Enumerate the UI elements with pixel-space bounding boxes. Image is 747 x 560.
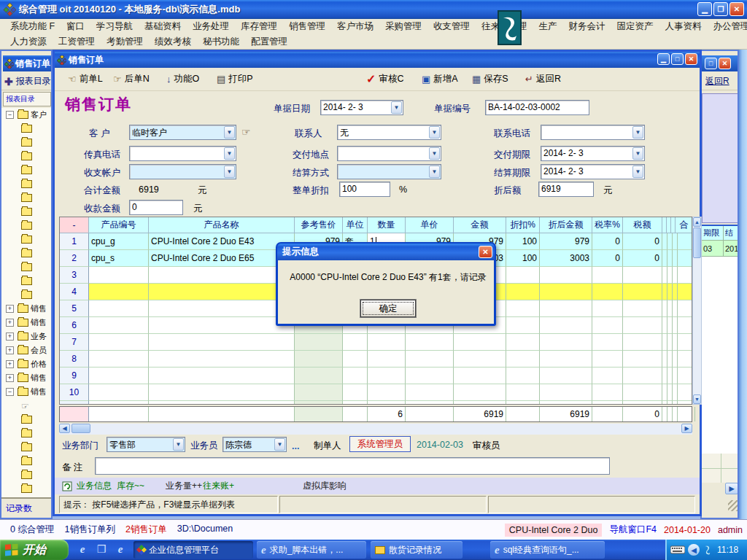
grid-cell[interactable]: [406, 351, 454, 368]
grid-cell[interactable]: [506, 317, 540, 334]
grid-cell[interactable]: 979: [540, 233, 592, 250]
status-link-0[interactable]: 0 综合管理: [10, 524, 54, 536]
grid-cell[interactable]: [673, 233, 678, 250]
grid-cell[interactable]: [623, 284, 662, 300]
list-maximize-icon[interactable]: □: [705, 58, 717, 69]
note-field[interactable]: [95, 457, 610, 475]
restore-icon[interactable]: ❐: [713, 2, 728, 16]
grid-cell[interactable]: [454, 368, 506, 384]
list-grid-row[interactable]: 03 201: [702, 241, 739, 257]
menu-item-r2-0[interactable]: 人力资源: [6, 36, 51, 48]
menu-item-r1-15[interactable]: 办公管理: [709, 20, 747, 33]
tree-item[interactable]: [1, 246, 53, 260]
grid-hscrollbar[interactable]: ◀ ▶: [59, 424, 692, 435]
grid-cell[interactable]: [678, 300, 692, 317]
fax-select[interactable]: ▼: [129, 146, 236, 161]
grid-cell[interactable]: [592, 368, 623, 384]
grid-cell[interactable]: [662, 317, 667, 334]
report-window-titlebar[interactable]: 销售订单: [3, 55, 51, 71]
grid-cell[interactable]: [667, 267, 673, 284]
dialog-close-icon[interactable]: ✕: [479, 246, 492, 258]
grid-cell[interactable]: [673, 267, 678, 284]
grid-cell[interactable]: 3003: [540, 250, 592, 267]
menu-item-r1-7[interactable]: 客户市场: [333, 20, 378, 33]
grid-cell[interactable]: [540, 300, 592, 317]
tree-item[interactable]: +销售: [1, 302, 53, 316]
tree-expander-icon[interactable]: +: [6, 360, 14, 368]
grid-cell[interactable]: [149, 267, 295, 284]
grid-cell[interactable]: [454, 334, 506, 351]
hscroll-thumb[interactable]: [71, 424, 90, 433]
table-row[interactable]: 9: [60, 368, 692, 384]
grid-cell[interactable]: [662, 300, 667, 317]
grid-cell[interactable]: CPU-Intel Core 2 Duo E43: [149, 233, 295, 250]
ie-icon[interactable]: e: [114, 542, 127, 556]
grid-cell[interactable]: [662, 384, 667, 401]
scroll-down-icon[interactable]: ▼: [693, 394, 701, 404]
grid-cell[interactable]: [662, 250, 667, 267]
tree-item[interactable]: [1, 274, 53, 288]
grid-cell[interactable]: [540, 351, 592, 368]
grid-cell[interactable]: [673, 300, 678, 317]
menu-item-r1-1[interactable]: 窗口: [62, 20, 89, 33]
grid-cell[interactable]: [368, 351, 406, 368]
salesman-select[interactable]: 陈宗德 ▼: [222, 437, 287, 452]
tree-item[interactable]: [1, 233, 53, 246]
toolbar-audit-button[interactable]: ✓审核C: [366, 72, 403, 86]
menu-item-r1-0[interactable]: 系统功能 F: [6, 20, 59, 33]
list-scroll-right-icon[interactable]: ▶: [725, 483, 738, 494]
menu-item-r1-6[interactable]: 销售管理: [285, 20, 330, 33]
grid-cell[interactable]: [406, 384, 454, 401]
grid-cell[interactable]: [667, 317, 673, 334]
grid-cell[interactable]: [540, 368, 592, 384]
vscroll-thumb[interactable]: [693, 228, 701, 258]
grid-cell[interactable]: [678, 267, 692, 284]
tree-expander-icon[interactable]: +: [6, 374, 14, 382]
grid-cell[interactable]: [506, 351, 540, 368]
grid-cell[interactable]: [592, 334, 623, 351]
resize-grip[interactable]: [728, 500, 739, 511]
grid-cell[interactable]: [673, 334, 678, 351]
minimize-icon[interactable]: ▁: [697, 2, 712, 16]
grid-cell[interactable]: [678, 351, 692, 368]
grid-cell[interactable]: [662, 368, 667, 384]
grid-cell[interactable]: [678, 233, 692, 250]
task-button-2[interactable]: 📁散货记录情况: [371, 541, 462, 559]
grid-cell[interactable]: [89, 284, 149, 300]
account-select[interactable]: ▼: [129, 164, 236, 179]
menu-item-r1-5[interactable]: 库存管理: [236, 20, 282, 33]
list-window-titlebar[interactable]: □ ✕: [702, 55, 739, 71]
grid-cell[interactable]: [506, 384, 540, 401]
menu-item-r1-11[interactable]: 生产: [535, 20, 562, 33]
tree-item[interactable]: [1, 122, 53, 136]
deliver-date-select[interactable]: 2014- 2- 3 ▼: [541, 146, 645, 161]
scroll-right-icon[interactable]: ▶: [681, 424, 692, 433]
grid-cell[interactable]: [343, 351, 368, 368]
tree-item[interactable]: [1, 163, 53, 177]
tree-expander-icon[interactable]: +: [6, 319, 14, 327]
tree-item[interactable]: [1, 427, 53, 440]
grid-cell[interactable]: [540, 317, 592, 334]
place-select[interactable]: ▼: [337, 146, 441, 161]
tree-item[interactable]: ☞: [1, 399, 53, 413]
grid-cell[interactable]: [89, 300, 149, 317]
grid-cell[interactable]: [454, 351, 506, 368]
status-nav-window[interactable]: 导航窗口F4: [609, 524, 657, 536]
menu-item-r1-4[interactable]: 业务处理: [188, 20, 233, 33]
tree-item[interactable]: [1, 454, 53, 468]
grid-cell[interactable]: [592, 351, 623, 368]
menu-item-r2-5[interactable]: 配置管理: [247, 36, 292, 48]
tree-item[interactable]: [1, 177, 53, 191]
info-link-4[interactable]: 虚拟库影响: [303, 480, 347, 492]
grid-cell[interactable]: [540, 384, 592, 401]
grid-cell[interactable]: [89, 368, 149, 384]
grid-cell[interactable]: [295, 334, 343, 351]
grid-cell[interactable]: [667, 233, 673, 250]
dept-select[interactable]: 零售部 ▼: [107, 437, 185, 452]
chevron-down-icon[interactable]: ▼: [224, 147, 235, 160]
grid-cell[interactable]: [623, 300, 662, 317]
doc-date-select[interactable]: 2014- 2- 3 ▼: [320, 100, 403, 115]
grid-cell[interactable]: [667, 351, 673, 368]
received-field[interactable]: 0: [129, 200, 183, 215]
refresh-icon[interactable]: [62, 481, 72, 491]
